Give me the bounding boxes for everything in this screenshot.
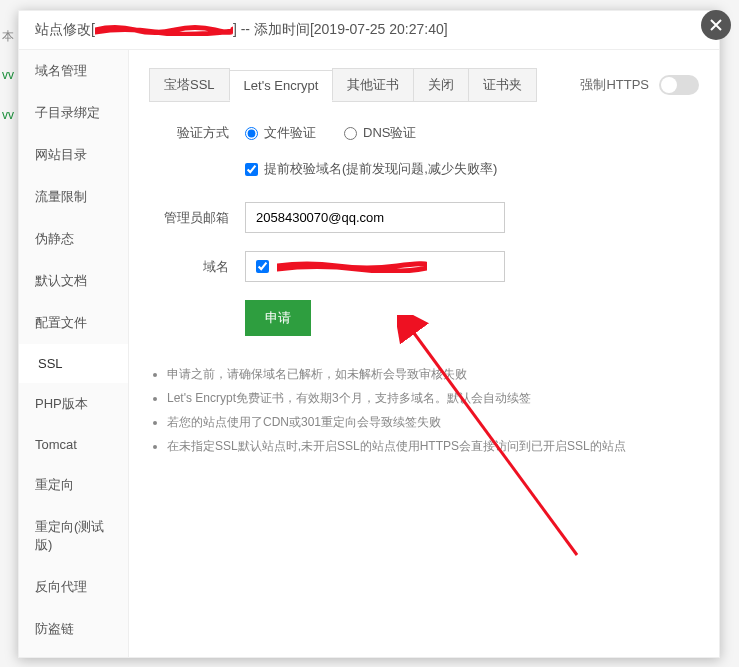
redacted-domain bbox=[95, 24, 233, 36]
tab-bt-ssl[interactable]: 宝塔SSL bbox=[149, 68, 230, 102]
note-item: Let's Encrypt免费证书，有效期3个月，支持多域名。默认会自动续签 bbox=[167, 386, 699, 410]
site-edit-modal: 站点修改[] -- 添加时间[2019-07-25 20:27:40] 域名管理… bbox=[18, 10, 720, 658]
admin-email-label: 管理员邮箱 bbox=[149, 209, 229, 227]
sidebar-item-php-version[interactable]: PHP版本 bbox=[19, 383, 128, 425]
radio-file-verify[interactable]: 文件验证 bbox=[245, 124, 316, 142]
apply-button[interactable]: 申请 bbox=[245, 300, 311, 336]
sidebar-item-traffic-limit[interactable]: 流量限制 bbox=[19, 176, 128, 218]
radio-file-verify-input[interactable] bbox=[245, 127, 258, 140]
sidebar-item-response-log[interactable]: 响应日志 bbox=[19, 650, 128, 657]
force-https-group: 强制HTTPS bbox=[580, 75, 699, 95]
radio-dns-verify[interactable]: DNS验证 bbox=[344, 124, 416, 142]
sidebar-item-hotlink[interactable]: 防盗链 bbox=[19, 608, 128, 650]
sidebar: 域名管理 子目录绑定 网站目录 流量限制 伪静态 默认文档 配置文件 SSL P… bbox=[19, 50, 129, 657]
precheck-label: 提前校验域名(提前发现问题,减少失败率) bbox=[264, 160, 497, 178]
modal-title: 站点修改[] -- 添加时间[2019-07-25 20:27:40] bbox=[19, 11, 719, 50]
force-https-label: 强制HTTPS bbox=[580, 76, 649, 94]
tab-close[interactable]: 关闭 bbox=[413, 68, 469, 102]
radio-dns-verify-input[interactable] bbox=[344, 127, 357, 140]
radio-file-verify-label: 文件验证 bbox=[264, 124, 316, 142]
domain-label: 域名 bbox=[149, 258, 229, 276]
verify-method-group: 文件验证 DNS验证 bbox=[245, 124, 416, 142]
note-item: 申请之前，请确保域名已解析，如未解析会导致审核失败 bbox=[167, 362, 699, 386]
sidebar-item-redirect-beta[interactable]: 重定向(测试版) bbox=[19, 506, 128, 566]
force-https-toggle[interactable] bbox=[659, 75, 699, 95]
sidebar-item-default-doc[interactable]: 默认文档 bbox=[19, 260, 128, 302]
redacted-domain-value bbox=[277, 261, 427, 273]
domain-checkbox[interactable] bbox=[256, 260, 269, 273]
backdrop-text: vv bbox=[2, 68, 14, 82]
sidebar-item-redirect[interactable]: 重定向 bbox=[19, 464, 128, 506]
backdrop-text: vv bbox=[2, 108, 14, 122]
close-icon[interactable] bbox=[701, 10, 731, 40]
sidebar-item-tomcat[interactable]: Tomcat bbox=[19, 425, 128, 464]
sidebar-item-rewrite[interactable]: 伪静态 bbox=[19, 218, 128, 260]
tab-other-cert[interactable]: 其他证书 bbox=[332, 68, 414, 102]
admin-email-input[interactable] bbox=[245, 202, 505, 233]
note-item: 若您的站点使用了CDN或301重定向会导致续签失败 bbox=[167, 410, 699, 434]
tab-lets-encrypt[interactable]: Let's Encrypt bbox=[229, 70, 334, 101]
ssl-tabs: 宝塔SSL Let's Encrypt 其他证书 关闭 证书夹 强制HTTPS bbox=[149, 68, 699, 102]
precheck-checkbox[interactable] bbox=[245, 163, 258, 176]
tab-cert-folder[interactable]: 证书夹 bbox=[468, 68, 537, 102]
sidebar-item-site-dir[interactable]: 网站目录 bbox=[19, 134, 128, 176]
title-prefix: 站点修改[ bbox=[35, 21, 95, 37]
sidebar-item-reverse-proxy[interactable]: 反向代理 bbox=[19, 566, 128, 608]
sidebar-item-ssl[interactable]: SSL bbox=[19, 344, 128, 383]
radio-dns-verify-label: DNS验证 bbox=[363, 124, 416, 142]
notes-list: 申请之前，请确保域名已解析，如未解析会导致审核失败 Let's Encrypt免… bbox=[149, 362, 699, 458]
sidebar-item-subdir-bind[interactable]: 子目录绑定 bbox=[19, 92, 128, 134]
content-pane: 宝塔SSL Let's Encrypt 其他证书 关闭 证书夹 强制HTTPS … bbox=[129, 50, 719, 657]
note-item: 在未指定SSL默认站点时,未开启SSL的站点使用HTTPS会直接访问到已开启SS… bbox=[167, 434, 699, 458]
sidebar-item-config-file[interactable]: 配置文件 bbox=[19, 302, 128, 344]
backdrop-text: 本 bbox=[2, 28, 14, 45]
verify-method-label: 验证方式 bbox=[149, 124, 229, 142]
title-suffix: ] -- 添加时间[2019-07-25 20:27:40] bbox=[233, 21, 448, 37]
sidebar-item-domain-mgmt[interactable]: 域名管理 bbox=[19, 50, 128, 92]
domain-list-box[interactable] bbox=[245, 251, 505, 282]
